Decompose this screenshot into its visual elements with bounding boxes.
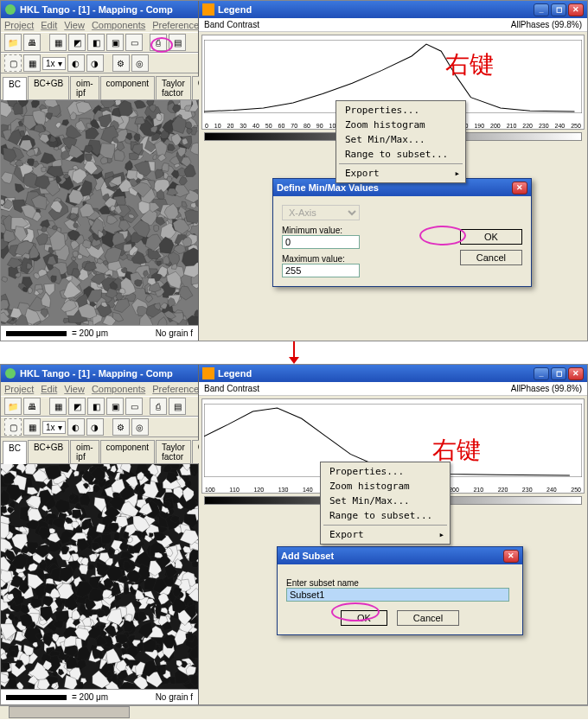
- separator: [323, 525, 447, 526]
- band-contrast-label: Band Contrast: [204, 20, 259, 29]
- menu-components[interactable]: Components: [92, 384, 145, 394]
- svg-marker-5: [289, 357, 299, 364]
- zoom-combo[interactable]: 1x ▾: [42, 421, 66, 434]
- scrollbar-thumb[interactable]: [9, 706, 130, 718]
- tool-icon-11[interactable]: ◎: [131, 418, 149, 436]
- ctx-export[interactable]: Export ▸: [323, 527, 448, 542]
- cancel-button[interactable]: Cancel: [397, 610, 459, 626]
- tool-icon-10[interactable]: ⚙: [112, 418, 130, 436]
- close-button[interactable]: ✕: [568, 3, 584, 16]
- menu-preferences[interactable]: Preferences: [152, 20, 203, 30]
- tool-icon-8[interactable]: ◐: [67, 418, 85, 436]
- dialog-close-button[interactable]: ✕: [503, 550, 519, 563]
- status-text: No grain f: [156, 328, 193, 338]
- ctx-properties[interactable]: Properties...: [323, 464, 448, 479]
- menu-edit[interactable]: Edit: [41, 384, 57, 394]
- ctx-range-to-subset[interactable]: Range to subset...: [323, 508, 448, 523]
- tool-icon-6[interactable]: ⎙: [150, 398, 167, 415]
- menu-project[interactable]: Project: [4, 20, 34, 30]
- ctx-set-minmax[interactable]: Set Min/Max...: [323, 494, 448, 508]
- tab-component[interactable]: component: [100, 440, 155, 463]
- menu-components[interactable]: Components: [92, 20, 145, 30]
- menu-edit[interactable]: Edit: [41, 20, 57, 30]
- tab-taylor[interactable]: Taylor factor: [156, 76, 191, 99]
- ctx-export[interactable]: Export ▸: [338, 166, 463, 181]
- dialog-titlebar[interactable]: Add Subset ✕: [278, 547, 522, 564]
- close-button[interactable]: ✕: [568, 367, 584, 380]
- maximize-button[interactable]: ◻: [551, 367, 566, 380]
- tool-icon-9[interactable]: ◑: [86, 418, 104, 436]
- tool-icon-7[interactable]: ▤: [169, 34, 186, 51]
- annotation-right-click: 右键: [445, 48, 494, 81]
- menu-view[interactable]: View: [64, 20, 85, 30]
- main-window-title: HKL Tango - [1] - Mapping - Comp: [20, 368, 173, 379]
- selection-icon[interactable]: ▢: [4, 418, 22, 436]
- tool-icon-4[interactable]: ▣: [106, 34, 124, 51]
- print-icon[interactable]: 🖶: [23, 398, 41, 415]
- minimize-button[interactable]: _: [534, 367, 549, 380]
- tab-bc[interactable]: BC: [3, 441, 27, 464]
- map-image[interactable]: [1, 100, 198, 325]
- menu-preferences[interactable]: Preferences: [152, 384, 203, 394]
- subset-name-input[interactable]: [286, 588, 509, 602]
- axis-select: X-Axis: [282, 205, 360, 220]
- ctx-properties[interactable]: Properties...: [338, 103, 463, 118]
- tab-oim[interactable]: oim-ipf: [70, 76, 99, 99]
- open-icon[interactable]: 📁: [4, 34, 22, 51]
- tool-icon-5[interactable]: ▭: [125, 398, 143, 415]
- tab-bc[interactable]: BC: [3, 77, 27, 100]
- tool-icon-7[interactable]: ▤: [169, 398, 186, 415]
- svg-rect-2: [202, 3, 214, 16]
- tool-icon-11[interactable]: ◎: [131, 54, 149, 72]
- maximize-button[interactable]: ◻: [551, 3, 566, 16]
- tool-icon-1[interactable]: ▦: [49, 398, 67, 415]
- tool-icon-5[interactable]: ▭: [125, 34, 143, 51]
- legend-title: Legend: [218, 4, 252, 15]
- horizontal-scrollbar[interactable]: [0, 705, 588, 719]
- tool-icon-2[interactable]: ◩: [68, 398, 86, 415]
- map-tabs: BC BC+GB oim-ipf component Taylor factor…: [1, 437, 198, 464]
- map-image[interactable]: [1, 464, 198, 689]
- cancel-button[interactable]: Cancel: [460, 250, 522, 265]
- open-icon[interactable]: 📁: [4, 398, 22, 415]
- menu-view[interactable]: View: [64, 384, 85, 394]
- min-input[interactable]: [282, 235, 360, 249]
- selection-icon[interactable]: ▢: [4, 54, 22, 72]
- ctx-set-minmax[interactable]: Set Min/Max...: [338, 132, 463, 147]
- tab-taylor[interactable]: Taylor factor: [156, 440, 191, 463]
- scale-text: = 200 μm: [72, 692, 108, 702]
- tool-icon-8[interactable]: ◐: [67, 54, 85, 72]
- tab-bcgb[interactable]: BC+GB: [28, 440, 69, 463]
- zoom-combo[interactable]: 1x ▾: [42, 57, 66, 70]
- ok-button[interactable]: OK: [341, 610, 387, 626]
- ctx-zoom-histogram[interactable]: Zoom histogram: [338, 118, 463, 132]
- menubar: Project Edit View Components Preferences: [1, 18, 198, 32]
- scale-bar: = 200 μm No grain f: [1, 325, 198, 341]
- max-input[interactable]: [282, 264, 360, 277]
- tool-icon-2[interactable]: ◩: [68, 34, 86, 51]
- tab-component[interactable]: component: [100, 76, 155, 99]
- annotation-right-click: 右键: [432, 434, 481, 467]
- dialog-close-button[interactable]: ✕: [512, 182, 527, 194]
- tool-icon-3[interactable]: ◧: [87, 398, 105, 415]
- grid-icon[interactable]: ▦: [23, 54, 41, 72]
- minimize-button[interactable]: _: [534, 3, 549, 16]
- menu-project[interactable]: Project: [4, 384, 34, 394]
- tool-icon-3[interactable]: ◧: [87, 34, 105, 51]
- svg-rect-8: [202, 367, 214, 379]
- print-icon[interactable]: 🖶: [23, 34, 41, 51]
- tab-oim[interactable]: oim-ipf: [70, 440, 99, 463]
- legend-header-row: Band Contrast AllPhases (99.8%): [199, 18, 587, 32]
- ok-button[interactable]: OK: [460, 229, 522, 245]
- tool-icon-1[interactable]: ▦: [49, 34, 67, 51]
- tool-icon-6[interactable]: ⎙: [150, 34, 167, 51]
- main-window-title: HKL Tango - [1] - Mapping - Comp: [20, 4, 173, 15]
- tool-icon-4[interactable]: ▣: [106, 398, 124, 415]
- tab-bcgb[interactable]: BC+GB: [28, 76, 69, 99]
- grid-icon[interactable]: ▦: [23, 418, 41, 436]
- ctx-zoom-histogram[interactable]: Zoom histogram: [323, 479, 448, 494]
- tool-icon-10[interactable]: ⚙: [112, 54, 130, 72]
- submenu-arrow-icon: ▸: [455, 168, 461, 179]
- tool-icon-9[interactable]: ◑: [86, 54, 104, 72]
- ctx-range-to-subset[interactable]: Range to subset...: [338, 147, 463, 162]
